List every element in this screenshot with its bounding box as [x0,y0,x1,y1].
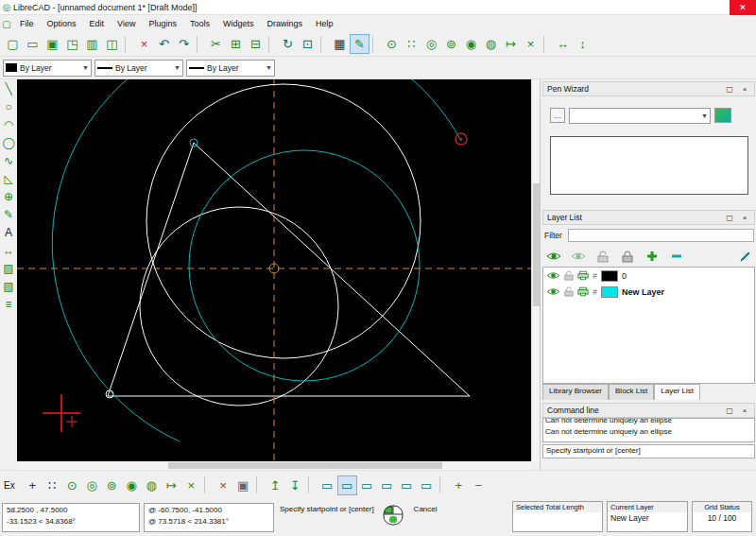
polyline-icon[interactable]: ◺ [0,169,17,187]
save-as-icon[interactable]: ◳ [62,34,82,54]
menu-file[interactable]: File [13,17,41,30]
grid-toggle-icon[interactable]: ▦ [330,34,350,54]
tab-block-list[interactable]: Block List [609,384,654,400]
lock-relative-zero-icon[interactable]: ▣ [233,475,253,495]
image-icon[interactable]: ▧ [0,277,17,295]
text-icon[interactable]: A [0,223,17,241]
horizontal-scrollbar-thumb[interactable] [168,462,442,469]
dock-close-icon[interactable]: × [739,83,750,95]
command-history[interactable]: Can not determine uniquely an ellipse Ca… [542,418,755,442]
menu-view[interactable]: View [111,17,142,30]
layer-lock-icon[interactable] [564,286,574,297]
layer-visible-eye-icon[interactable] [546,286,560,297]
dock-float-icon[interactable]: ▢ [724,83,735,95]
ellipse-icon[interactable]: ◯ [0,133,17,151]
line-icon[interactable]: ╲ [0,79,17,97]
vertical-scrollbar[interactable] [531,79,540,461]
paste-icon[interactable]: ⊟ [246,34,266,54]
dimension-icon[interactable]: ↔ [0,241,17,259]
tab-library-browser[interactable]: Library Browser [542,384,609,400]
block-icon[interactable]: ≡ [0,295,17,313]
snap-free-icon[interactable]: ⊙ [62,475,82,495]
add-layer-button[interactable] [643,248,662,265]
pen-wizard-listbox[interactable] [550,136,748,195]
menu-drawings[interactable]: Drawings [260,17,309,30]
grid-dots-icon[interactable]: ∷ [43,475,62,495]
cut-icon[interactable]: ✂ [206,34,226,54]
unlock-all-layers-icon[interactable] [593,248,612,265]
zoom-window-icon[interactable]: ⊡ [298,34,318,54]
layer-lock-icon[interactable] [564,270,574,281]
zoom-out-icon[interactable]: − [469,475,489,495]
pen-wizard-options-button[interactable]: … [550,108,565,123]
snap-endpoint-icon[interactable]: ◎ [82,475,102,495]
horizontal-scrollbar[interactable] [17,461,531,470]
snap-intersection-icon[interactable]: × [521,34,541,54]
lock-all-layers-icon[interactable] [618,248,637,265]
draft-mode-icon[interactable]: ✎ [350,34,369,54]
insert-icon[interactable]: ⊕ [0,187,17,205]
tab-layer-list[interactable]: Layer List [654,384,700,400]
draw-order-top-icon[interactable]: ▭ [318,475,337,495]
layer-color-swatch[interactable] [601,286,618,298]
layer-print-icon[interactable] [577,286,589,297]
draw-order-lower-icon[interactable]: ▭ [357,475,377,495]
menu-edit[interactable]: Edit [83,17,112,30]
snap-distance-icon[interactable]: ↦ [162,475,181,495]
snap-center-icon[interactable]: ◉ [461,34,481,54]
dock-close-icon[interactable]: × [739,405,750,416]
layer-construction-icon[interactable]: # [593,287,597,297]
layer-row[interactable]: # 0 [543,268,754,284]
layer-list[interactable]: # 0 # New Layer [542,267,755,384]
copy-icon[interactable]: ⊞ [226,34,246,54]
spline-icon[interactable]: ∿ [0,151,17,169]
snap-free-icon[interactable]: ⊙ [382,34,402,54]
snap-grid-icon[interactable]: ∷ [402,34,421,54]
pen-width-combobox[interactable]: By Layer ▼ [94,60,183,77]
zoom-redraw-icon[interactable]: ↻ [278,34,298,54]
new-document-icon[interactable]: ▢ [3,34,23,54]
menu-plugins[interactable]: Plugins [142,17,183,30]
snap-distance-icon[interactable]: ↦ [501,34,521,54]
snap-center-icon[interactable]: ◉ [122,475,142,495]
draw-order-raise-icon[interactable]: ▭ [337,475,357,495]
fullscreen-icon[interactable]: ▭ [397,475,417,495]
menu-tools[interactable]: Tools [183,17,216,30]
layer-color-swatch[interactable] [601,270,618,282]
restrict-horizontal-icon[interactable]: ↔ [553,34,573,54]
draw-order-bottom-icon[interactable]: ▭ [377,475,397,495]
kill-actions-icon[interactable]: × [134,34,154,54]
vertical-scrollbar-thumb[interactable] [533,183,540,306]
redo-icon[interactable]: ↷ [174,34,194,54]
modify-layer-pencil-icon[interactable] [735,248,754,265]
snap-intersection-icon[interactable]: × [181,475,201,495]
snap-middle-icon[interactable]: ◍ [142,475,162,495]
zoom-in-icon[interactable]: + [449,475,469,495]
pen-color-combobox[interactable]: By Layer ▼ [3,60,92,77]
hatch-icon[interactable]: ▨ [0,259,17,277]
relative-zero-icon[interactable]: + [23,475,43,495]
arc-icon[interactable]: ◠ [0,115,17,133]
layer-print-icon[interactable] [577,270,589,281]
snap-endpoint-icon[interactable]: ◎ [421,34,441,54]
restrict-horizontal-icon[interactable]: ↧ [285,475,305,495]
undo-icon[interactable]: ↶ [154,34,174,54]
snap-on-entity-icon[interactable]: ⊚ [102,475,122,495]
hide-all-layers-eye-icon[interactable] [569,248,588,265]
close-window-button[interactable]: ✕ [730,0,756,15]
print-icon[interactable]: ▥ [82,34,102,54]
show-all-layers-eye-icon[interactable] [544,248,563,265]
layer-construction-icon[interactable]: # [593,271,597,281]
dock-close-icon[interactable]: × [739,212,750,223]
statusbar-toggle-icon[interactable]: ▭ [417,475,437,495]
menu-options[interactable]: Options [41,17,83,30]
open-document-icon[interactable]: ▭ [23,34,43,54]
dock-float-icon[interactable]: ▢ [724,212,735,223]
menu-widgets[interactable]: Widgets [216,17,261,30]
layer-name[interactable]: New Layer [622,287,664,297]
restrict-vertical-icon[interactable]: ↕ [573,34,593,54]
restrict-nothing-icon[interactable]: × [214,475,233,495]
layer-filter-input[interactable] [568,229,754,242]
layer-visible-eye-icon[interactable] [546,270,560,281]
circle-icon[interactable]: ○ [0,97,17,115]
